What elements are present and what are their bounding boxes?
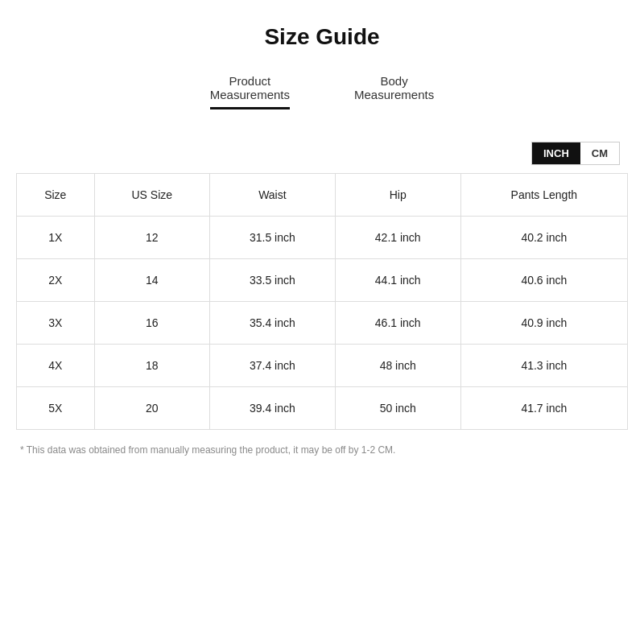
cell-pants-length: 40.2 inch — [460, 217, 627, 259]
unit-toggle-row: INCH CM — [16, 142, 628, 165]
cell-waist: 35.4 inch — [209, 302, 335, 345]
unit-inch-button[interactable]: INCH — [532, 142, 580, 164]
tab-body-measurements[interactable]: Body Measurements — [354, 74, 434, 109]
cell-us-size: 14 — [94, 259, 209, 302]
col-header-us-size: US Size — [94, 174, 209, 217]
table-header-row: Size US Size Waist Hip Pants Length — [17, 174, 628, 217]
tab-body-line1: Body — [354, 74, 434, 88]
cell-us-size: 12 — [94, 217, 209, 259]
table-row: 4X1837.4 inch48 inch41.3 inch — [17, 345, 628, 387]
cell-waist: 39.4 inch — [209, 387, 335, 430]
cell-us-size: 16 — [94, 302, 209, 345]
cell-size: 4X — [17, 345, 95, 387]
unit-cm-button[interactable]: CM — [580, 142, 619, 164]
cell-hip: 44.1 inch — [335, 259, 460, 302]
size-table: Size US Size Waist Hip Pants Length 1X12… — [16, 173, 628, 430]
col-header-hip: Hip — [335, 174, 460, 217]
cell-size: 2X — [17, 259, 95, 302]
tab-product-line2: Measurements — [210, 88, 290, 101]
cell-pants-length: 41.7 inch — [460, 387, 627, 430]
col-header-pants-length: Pants Length — [460, 174, 627, 217]
cell-pants-length: 40.9 inch — [460, 302, 627, 345]
cell-waist: 37.4 inch — [209, 345, 335, 387]
unit-toggle: INCH CM — [531, 142, 620, 165]
tabs-row: Product Measurements Body Measurements — [16, 74, 628, 109]
cell-waist: 31.5 inch — [209, 217, 335, 259]
cell-us-size: 18 — [94, 345, 209, 387]
cell-hip: 46.1 inch — [335, 302, 460, 345]
table-row: 5X2039.4 inch50 inch41.7 inch — [17, 387, 628, 430]
cell-size: 5X — [17, 387, 95, 430]
cell-us-size: 20 — [94, 387, 209, 430]
tab-body-line2: Measurements — [354, 88, 434, 101]
table-row: 2X1433.5 inch44.1 inch40.6 inch — [17, 259, 628, 302]
table-row: 1X1231.5 inch42.1 inch40.2 inch — [17, 217, 628, 259]
page-title: Size Guide — [16, 24, 628, 50]
col-header-waist: Waist — [209, 174, 335, 217]
cell-hip: 50 inch — [335, 387, 460, 430]
cell-hip: 42.1 inch — [335, 217, 460, 259]
footnote: * This data was obtained from manually m… — [16, 444, 628, 456]
cell-pants-length: 40.6 inch — [460, 259, 627, 302]
page-wrapper: Size Guide Product Measurements Body Mea… — [0, 0, 644, 472]
cell-hip: 48 inch — [335, 345, 460, 387]
cell-size: 3X — [17, 302, 95, 345]
cell-pants-length: 41.3 inch — [460, 345, 627, 387]
cell-waist: 33.5 inch — [209, 259, 335, 302]
tab-product-measurements[interactable]: Product Measurements — [210, 74, 290, 109]
col-header-size: Size — [17, 174, 95, 217]
tab-product-line1: Product — [210, 74, 290, 88]
table-row: 3X1635.4 inch46.1 inch40.9 inch — [17, 302, 628, 345]
cell-size: 1X — [17, 217, 95, 259]
